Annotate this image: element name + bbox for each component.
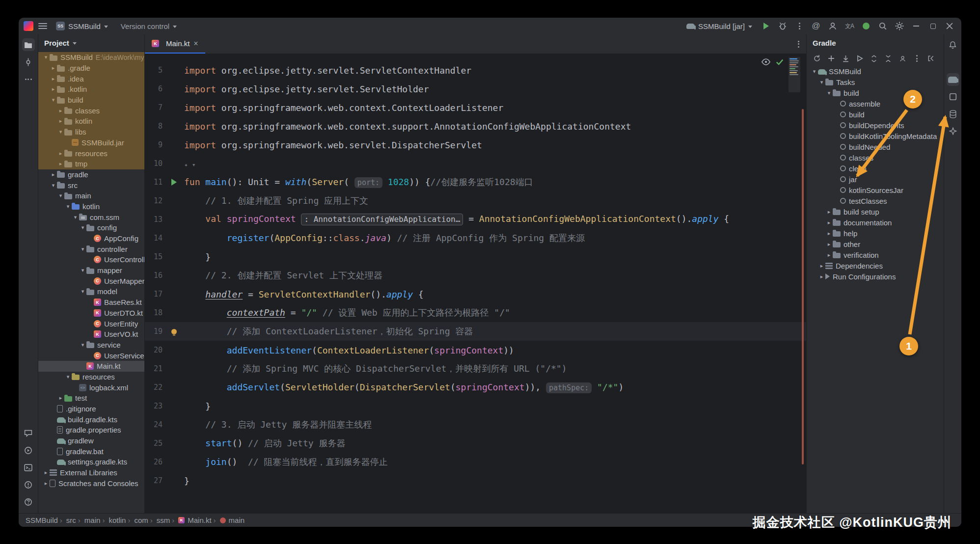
project-tree-item[interactable]: ▾ mapper xyxy=(38,265,144,276)
project-tree-item[interactable]: UserMapper xyxy=(38,275,144,286)
gradle-tree-item[interactable]: ▾ Tasks xyxy=(807,77,944,87)
project-tree-item[interactable]: ▾ SSMBuild E:\ideaWork\mysel xyxy=(38,52,144,63)
code-line[interactable]: 23 } xyxy=(145,397,806,415)
tree-chevron-icon[interactable]: ▸ xyxy=(50,171,57,178)
tree-chevron-icon[interactable]: ▾ xyxy=(825,90,833,96)
project-tree-item[interactable]: settings.gradle.kts xyxy=(38,457,144,467)
gradle-tree-item[interactable]: ▸ Run Configurations xyxy=(807,271,944,282)
plugin-status-icon[interactable] xyxy=(859,19,873,33)
code-line[interactable]: 22 addServlet(ServletHolder(DispatcherSe… xyxy=(145,378,806,397)
code-line[interactable]: 14 register(AppConfig::class.java) // 注册… xyxy=(145,229,806,247)
close-tab-icon[interactable] xyxy=(193,39,198,48)
version-control-widget[interactable]: Version control xyxy=(117,21,181,32)
gradle-add-icon[interactable] xyxy=(826,53,837,64)
project-tree-item[interactable]: ▾ com.ssm xyxy=(38,212,144,222)
editor-options-icon[interactable] xyxy=(798,41,799,48)
gradle-tree-item[interactable]: jar xyxy=(807,174,944,185)
tree-chevron-icon[interactable]: ▸ xyxy=(825,252,833,258)
terminal-tool-icon[interactable] xyxy=(22,461,35,474)
tree-chevron-icon[interactable]: ▸ xyxy=(818,273,825,280)
code-line[interactable]: 13 val springContext : AnnotationConfigW… xyxy=(145,210,806,229)
code-line[interactable]: 21 // 添加 Spring MVC 的核心 DispatcherServle… xyxy=(145,359,806,378)
project-tree-item[interactable]: ▾ controller xyxy=(38,244,144,254)
project-tree-item[interactable]: ▾ service xyxy=(38,340,144,351)
translate-icon[interactable]: 文A xyxy=(843,19,856,33)
notifications-tool-icon[interactable] xyxy=(22,427,35,439)
project-tree-item[interactable]: ▸ gradle xyxy=(38,169,144,180)
breadcrumb-item[interactable]: › Main.kt xyxy=(172,516,211,524)
project-tree-item[interactable]: ▸ kotlin xyxy=(38,116,144,127)
code-line[interactable]: 24 // 3. 启动 Jetty 服务器并阻塞主线程 xyxy=(145,415,806,434)
code-editor[interactable]: import org.eclipse.jetty.server.Server 5… xyxy=(145,54,806,513)
gradle-tree-item[interactable]: buildDependents xyxy=(807,120,944,131)
run-button[interactable] xyxy=(759,19,773,33)
problems-tool-icon[interactable] xyxy=(22,478,35,491)
project-tree-item[interactable]: .gitignore xyxy=(38,404,144,414)
project-tree-item[interactable]: UserController xyxy=(38,254,144,265)
code-line[interactable]: 6 import org.eclipse.jetty.servlet.Servl… xyxy=(145,80,806,98)
breadcrumb-item[interactable]: › ssm xyxy=(150,516,170,524)
gradle-tree-item[interactable]: ▸ build setup xyxy=(807,206,944,217)
project-tree-item[interactable]: ▸ tmp xyxy=(38,159,144,169)
code-line[interactable]: 10 ✦ ▾ xyxy=(145,154,806,173)
tree-chevron-icon[interactable]: ▾ xyxy=(72,214,79,220)
project-tree-item[interactable]: SSMBuild.jar xyxy=(38,137,144,148)
device-manager-tool-icon[interactable] xyxy=(947,90,959,103)
tree-chevron-icon[interactable]: ▸ xyxy=(57,150,64,157)
code-line[interactable]: import org.eclipse.jetty.server.Server xyxy=(145,54,806,61)
project-tree-item[interactable]: UserEntity xyxy=(38,318,144,329)
vcs-changes-stripe[interactable] xyxy=(802,109,804,464)
collapse-all-icon[interactable] xyxy=(883,53,894,64)
more-actions-icon[interactable] xyxy=(792,19,806,33)
gradle-tool-icon[interactable] xyxy=(947,73,959,86)
project-tree-item[interactable]: ▾ libs xyxy=(38,127,144,137)
tree-chevron-icon[interactable]: ▾ xyxy=(79,342,86,348)
error-stripe-preview[interactable] xyxy=(789,57,800,92)
profile-icon[interactable] xyxy=(826,19,840,33)
project-tree-item[interactable]: ▾ config xyxy=(38,222,144,233)
tree-chevron-icon[interactable]: ▾ xyxy=(57,192,64,199)
code-line[interactable]: 5 import org.eclipse.jetty.servlet.Servl… xyxy=(145,61,806,80)
maximize-button[interactable] xyxy=(926,19,940,33)
breadcrumb-item[interactable]: › main xyxy=(214,516,245,524)
gutter-icon[interactable] xyxy=(171,329,177,334)
project-panel-header[interactable]: Project xyxy=(38,34,144,51)
gradle-tree-item[interactable]: build xyxy=(807,109,944,120)
code-line[interactable]: 26 join() // 阻塞当前线程，直到服务器停止 xyxy=(145,453,806,471)
tree-chevron-icon[interactable]: ▾ xyxy=(79,246,86,252)
code-line[interactable]: 17 handler = ServletContextHandler().app… xyxy=(145,285,806,303)
project-tree-item[interactable]: ▾ kotlin xyxy=(38,201,144,212)
code-line[interactable]: 27 } xyxy=(145,471,806,490)
tree-chevron-icon[interactable]: ▸ xyxy=(57,161,64,167)
search-icon[interactable] xyxy=(876,19,890,33)
project-tree-item[interactable]: gradle.properties xyxy=(38,425,144,435)
tree-chevron-icon[interactable]: ▾ xyxy=(79,288,86,295)
gradle-tree-item[interactable]: classes xyxy=(807,152,944,163)
breadcrumb-item[interactable]: › com xyxy=(128,516,148,524)
gradle-tree-item[interactable]: assemble xyxy=(807,98,944,109)
main-menu-icon[interactable] xyxy=(38,23,47,29)
project-tree-item[interactable]: gradlew.bat xyxy=(38,446,144,457)
code-line[interactable]: 19 // 添加 ContextLoaderListener，初始化 Sprin… xyxy=(145,322,806,341)
gradle-tree-item[interactable]: buildKotlinToolingMetadata xyxy=(807,131,944,141)
tree-chevron-icon[interactable]: ▾ xyxy=(79,267,86,273)
tree-chevron-icon[interactable]: ▸ xyxy=(825,209,833,215)
project-tree-item[interactable]: ▸ .gradle xyxy=(38,63,144,74)
gutter-icon[interactable] xyxy=(171,179,177,186)
tree-chevron-icon[interactable]: ▾ xyxy=(64,203,72,210)
tree-chevron-icon[interactable]: ▸ xyxy=(825,219,833,226)
code-line[interactable]: 7 import org.springframework.web.context… xyxy=(145,98,806,117)
tree-chevron-icon[interactable]: ▸ xyxy=(50,86,57,92)
tree-chevron-icon[interactable]: ▸ xyxy=(825,230,833,237)
notifications-bell-icon[interactable] xyxy=(947,38,959,51)
services-tool-icon[interactable] xyxy=(22,444,35,457)
mentions-icon[interactable]: @ xyxy=(809,19,823,33)
project-tree-item[interactable]: logback.xml xyxy=(38,382,144,393)
hide-panel-icon[interactable] xyxy=(926,53,936,64)
breadcrumb-item[interactable]: › src xyxy=(60,516,76,524)
project-widget[interactable]: SS SSMBuild xyxy=(52,20,112,32)
project-tree-item[interactable]: AppConfig xyxy=(38,233,144,244)
breadcrumb-item[interactable]: › main xyxy=(78,516,101,524)
run-configuration-widget[interactable]: SSMBuild [jar] xyxy=(682,21,756,32)
project-tree-item[interactable]: ▾ build xyxy=(38,95,144,106)
